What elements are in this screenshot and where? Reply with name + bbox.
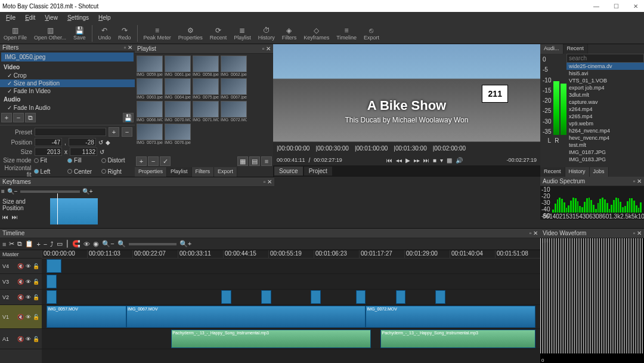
toolbar-timeline[interactable]: ≡Timeline [333,25,360,42]
hfit-radio-right[interactable]: Right [101,168,132,175]
sizemode-radio-distort[interactable]: Distort [101,157,132,164]
preset-select[interactable] [35,128,106,136]
clip-v2-1[interactable] [47,290,57,304]
menu-help[interactable]: Help [95,13,114,22]
track-eye-icon[interactable]: 👁 [26,279,31,285]
sizemode-radio-fill[interactable]: Fill [67,157,98,164]
playlist-thumb[interactable]: IMG_0067.jpeg [221,78,247,99]
filter-remove-button[interactable]: − [13,113,24,122]
spectrum-close-icon[interactable]: ▫ ✕ [633,178,642,184]
toolbar-redo[interactable]: ↷Redo [114,25,135,42]
menu-view[interactable]: View [41,13,61,22]
playlist-thumb[interactable]: IMG_0058.jpeg [193,56,219,76]
tl-zoom-slider[interactable] [129,243,177,245]
playlist-thumb[interactable]: IMG_0064.jpeg [165,78,191,99]
right-btab-history[interactable]: History [565,167,590,177]
keyframes-close-icon[interactable]: ▫ ✕ [264,179,272,185]
recent-item[interactable]: h264_nvenc.mp4 [566,127,644,134]
tl-paste-icon[interactable]: 📋 [25,240,33,248]
clip-v2-3[interactable] [261,290,271,304]
filter-add-button[interactable]: + [1,113,12,122]
tl-split-icon[interactable]: ⎮ [66,240,69,248]
recent-item[interactable]: hisi5.avi [566,70,644,77]
playlist-remove-button[interactable]: − [148,156,159,166]
playlist-thumb[interactable]: IMG_0071.MOV [193,101,219,122]
playlist-thumb[interactable]: IMG_0061.jpeg [165,56,191,76]
preview-ruler[interactable]: |00:00:00:00|00:00:30:00|00:01:00:00|00:… [273,141,540,155]
playlist-view-list-icon[interactable]: ≡ [261,156,272,166]
track-mute-icon[interactable]: 🔇 [17,263,24,269]
close-button[interactable]: ✕ [630,3,642,10]
tl-copy-icon[interactable]: ⧉ [17,240,22,248]
clip-v3[interactable] [47,275,57,288]
tl-zoom-fit-icon[interactable]: 🔍 [117,240,126,248]
tl-scrub-icon[interactable]: 👁 [83,241,90,248]
toolbar-keyframes[interactable]: ◇Keyframes [300,25,333,42]
clip-v4[interactable] [47,259,61,273]
toolbar-save[interactable]: 💾Save [70,25,89,42]
preset-add-button[interactable]: + [109,127,119,137]
playlist-thumb[interactable]: IMG_0063.jpeg [137,78,163,99]
recent-item[interactable]: VTS_01_1.VOB [566,77,644,84]
toolbar-recent[interactable]: ⟳Recent [206,25,231,42]
tl-zoom-out-icon[interactable]: 🔍− [102,240,114,248]
toolbar-playlist[interactable]: ≣Playlist [230,25,255,42]
toolbar-peak-meter[interactable]: ≡Peak Meter [140,25,175,42]
position-keyframe-icon[interactable]: ◆ [106,139,110,146]
tab-playlist[interactable]: Playlist [167,167,192,177]
minimize-button[interactable]: — [590,3,603,10]
playlist-thumb[interactable]: IMG_0066.MOV [137,101,163,122]
tl-snap-icon[interactable]: 🧲 [72,240,80,248]
track-lock-icon[interactable]: 🔓 [33,294,39,300]
preview-tab-source[interactable]: Source [274,167,303,176]
preset-remove-button[interactable]: − [122,127,132,137]
forward-button[interactable]: ▸▸ [414,157,420,164]
toolbar-properties[interactable]: ⚙Properties [175,25,206,42]
position-x-input[interactable] [35,138,62,146]
menu-settings[interactable]: Settings [64,13,92,22]
recent-search-input[interactable] [566,54,644,63]
menu-edit[interactable]: Edit [21,13,39,22]
skip-end-button[interactable]: ⏭ [423,157,429,164]
track-mute-icon[interactable]: 🔇 [17,279,24,285]
track-eye-icon[interactable]: 👁 [26,314,31,320]
playlist-check-button[interactable]: ✓ [160,156,171,166]
preview-tab-project[interactable]: Project [304,167,332,176]
play-button[interactable]: ▶ [405,157,410,164]
toolbar-open-other-[interactable]: ▥Open Other... [30,25,70,42]
clip-a1-2[interactable]: Pachyderm_-_13_-_Happy_Song_instrumental… [380,330,535,348]
tl-cut-icon[interactable]: ✂ [9,240,14,248]
track-mute-icon[interactable]: 🔇 [17,314,24,320]
filter-item-size-and-position[interactable]: ✓ Size and Position [0,79,135,87]
playlist-thumb[interactable]: IMG_0075.jpeg [193,78,219,99]
recent-item[interactable]: 3dlut.mlt [566,91,644,99]
recent-item[interactable]: x265.mp4 [566,113,644,120]
track-lock-icon[interactable]: 🔓 [33,336,39,342]
clip-a1-1[interactable]: Pachyderm_-_13_-_Happy_Song_instrumental… [171,330,370,348]
kf-next-button[interactable]: ⏭ [12,214,18,220]
tl-menu-icon[interactable]: ≡ [2,241,6,248]
size-w-input[interactable] [35,147,62,156]
timeline-lanes[interactable]: 00:00:00:0000:00:11:0300:00:22:0700:00:3… [42,250,540,363]
track-mute-icon[interactable]: 🔇 [17,336,24,342]
tab-properties[interactable]: Properties [135,167,167,177]
recent-item[interactable]: IMG_0183.JPG [566,156,644,163]
track-lock-icon[interactable]: 🔓 [33,314,39,320]
playlist-close-icon[interactable]: ▫ ✕ [262,45,271,52]
playlist-thumb[interactable]: IMG_0062.jpeg [221,56,247,76]
clip-v2-2[interactable] [221,290,231,304]
kf-menu-icon[interactable]: ≡ [1,188,5,195]
kf-prev-button[interactable]: ⏮ [2,214,8,220]
playlist-thumb[interactable]: IMG_0072.MOV [221,101,247,122]
video-preview[interactable]: 211 A Bike Show This Ducati by Michael W… [273,44,540,141]
playlist-thumb[interactable]: IMG_0076.jpeg [165,124,191,144]
track-lock-icon[interactable]: 🔓 [33,279,39,285]
toolbar-export[interactable]: ⎋Export [360,25,383,42]
clip-v2-5[interactable] [356,290,366,304]
toolbar-undo[interactable]: ↶Undo [95,25,115,42]
playlist-thumb[interactable]: IMG_0070.MOV [165,101,191,122]
timeline-close-icon[interactable]: ▫ ✕ [530,230,538,236]
right-tab-recent[interactable]: Recent [564,44,589,54]
recent-item[interactable]: x264.mp4 [566,106,644,113]
zoom-dropdown[interactable]: ▾ [440,157,443,164]
